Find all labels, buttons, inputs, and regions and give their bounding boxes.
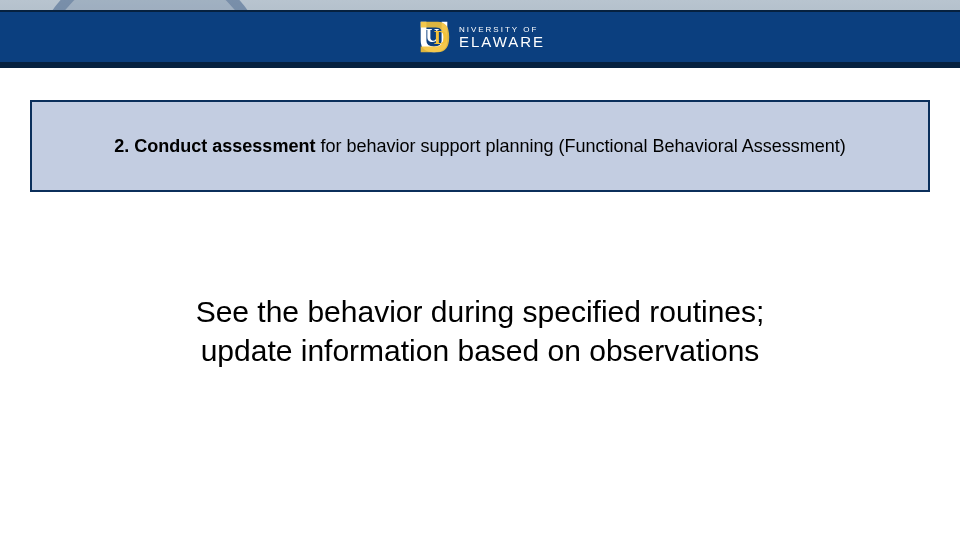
banner-rest: for behavior support planning (Functiona… [315, 136, 845, 156]
logo-text-bottom: ELAWARE [459, 34, 545, 49]
body-line-2: update information based on observations [120, 331, 840, 370]
logo-mark-icon: U D [415, 18, 453, 56]
slide-body: See the behavior during specified routin… [0, 292, 960, 370]
banner-number: 2. [114, 136, 129, 156]
slide-header: U D NIVERSITY OF ELAWARE [0, 0, 960, 70]
banner-bold: Conduct assessment [134, 136, 315, 156]
banner-text: 2. Conduct assessment for behavior suppo… [114, 136, 845, 157]
body-line-1: See the behavior during specified routin… [120, 292, 840, 331]
header-blue-bar: U D NIVERSITY OF ELAWARE [0, 10, 960, 68]
logo-text: NIVERSITY OF ELAWARE [459, 26, 545, 49]
section-banner: 2. Conduct assessment for behavior suppo… [30, 100, 930, 192]
university-logo: U D NIVERSITY OF ELAWARE [415, 18, 545, 56]
svg-text:D: D [434, 27, 448, 48]
